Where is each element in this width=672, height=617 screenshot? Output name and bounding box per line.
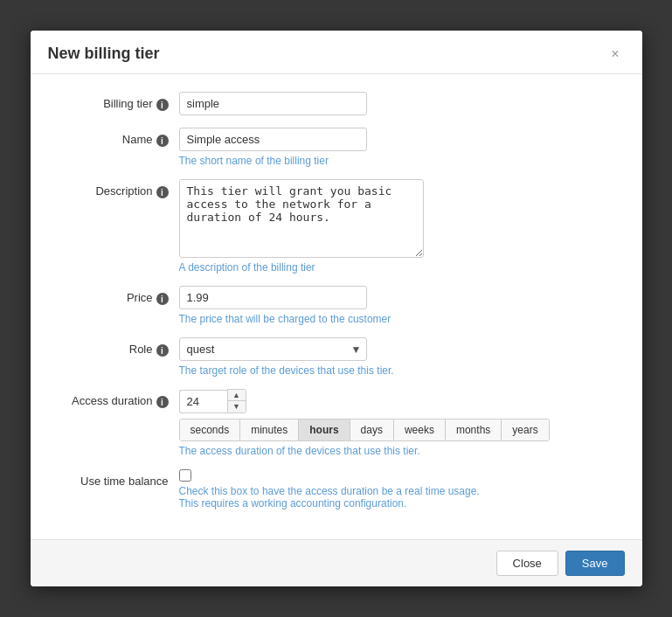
- time-unit-seconds[interactable]: seconds: [180, 419, 241, 440]
- price-label: Price i: [57, 286, 179, 305]
- role-control: quest user admin ▼ The target role of th…: [179, 337, 616, 377]
- close-button[interactable]: Close: [496, 551, 558, 576]
- time-unit-hours[interactable]: hours: [299, 419, 350, 440]
- name-input[interactable]: [179, 128, 367, 151]
- role-select[interactable]: quest user admin: [179, 337, 367, 361]
- billing-tier-row: Billing tier i: [57, 92, 616, 115]
- description-info-icon[interactable]: i: [156, 186, 169, 198]
- duration-value-input[interactable]: [179, 390, 227, 413]
- modal-overlay: New billing tier × Billing tier i Name i: [0, 0, 672, 617]
- access-duration-row: Access duration i ▲ ▼ seconds: [57, 389, 616, 457]
- name-label: Name i: [57, 128, 179, 147]
- time-unit-years[interactable]: years: [502, 419, 548, 440]
- billing-tier-input[interactable]: [179, 92, 367, 115]
- price-helper: The price that will be charged to the cu…: [179, 313, 616, 325]
- modal-title: New billing tier: [48, 45, 160, 63]
- time-unit-buttons: seconds minutes hours days weeks months …: [179, 419, 550, 441]
- role-helper: The target role of the devices that use …: [179, 364, 616, 377]
- time-unit-weeks[interactable]: weeks: [394, 419, 446, 440]
- duration-wrap: ▲ ▼ seconds minutes hours days weeks mon…: [179, 389, 616, 441]
- use-time-balance-checkbox[interactable]: [179, 469, 191, 482]
- description-label: Description i: [57, 179, 179, 198]
- name-helper: The short name of the billing tier: [179, 155, 616, 167]
- description-textarea[interactable]: This tier will grant you basic access to…: [179, 179, 424, 258]
- description-row: Description i This tier will grant you b…: [57, 179, 616, 274]
- role-info-icon[interactable]: i: [156, 344, 169, 357]
- access-duration-label: Access duration i: [57, 389, 179, 408]
- use-time-balance-helper-line1: Check this box to have the access durati…: [179, 485, 616, 497]
- access-duration-control: ▲ ▼ seconds minutes hours days weeks mon…: [179, 389, 616, 457]
- name-info-icon[interactable]: i: [156, 135, 169, 147]
- use-time-balance-label: Use time balance: [57, 469, 179, 488]
- description-control: This tier will grant you basic access to…: [179, 179, 616, 274]
- role-row: Role i quest user admin ▼ The target rol…: [57, 337, 616, 377]
- access-duration-info-icon[interactable]: i: [156, 396, 169, 408]
- time-unit-days[interactable]: days: [350, 419, 394, 440]
- billing-tier-label: Billing tier i: [57, 92, 179, 111]
- name-control: The short name of the billing tier: [179, 128, 616, 167]
- use-time-balance-helper-line2: This requires a working accounting confi…: [179, 497, 616, 510]
- billing-tier-control: [179, 92, 616, 115]
- modal-close-button[interactable]: ×: [606, 45, 624, 63]
- duration-spinner: ▲ ▼: [227, 389, 246, 413]
- role-label: Role i: [57, 337, 179, 357]
- save-button[interactable]: Save: [565, 551, 625, 576]
- use-time-balance-control: Check this box to have the access durati…: [179, 469, 616, 510]
- time-unit-months[interactable]: months: [446, 419, 502, 440]
- billing-tier-info-icon[interactable]: i: [156, 99, 169, 111]
- description-helper: A description of the billing tier: [179, 261, 616, 274]
- modal-dialog: New billing tier × Billing tier i Name i: [31, 31, 642, 586]
- modal-header: New billing tier ×: [31, 31, 642, 74]
- use-time-balance-checkbox-row: [179, 469, 616, 482]
- price-row: Price i The price that will be charged t…: [57, 286, 616, 325]
- use-time-balance-helper: Check this box to have the access durati…: [179, 485, 616, 510]
- time-unit-minutes[interactable]: minutes: [240, 419, 299, 440]
- role-select-wrap: quest user admin ▼: [179, 337, 367, 361]
- modal-body: Billing tier i Name i The short name of …: [31, 74, 642, 539]
- duration-input-row: ▲ ▼: [179, 389, 246, 413]
- price-control: The price that will be charged to the cu…: [179, 286, 616, 325]
- duration-spinner-up[interactable]: ▲: [228, 390, 246, 401]
- name-row: Name i The short name of the billing tie…: [57, 128, 616, 167]
- price-input[interactable]: [179, 286, 367, 309]
- modal-footer: Close Save: [31, 539, 642, 586]
- duration-spinner-down[interactable]: ▼: [228, 401, 246, 412]
- access-duration-helper: The access duration of the devices that …: [179, 445, 616, 457]
- use-time-balance-row: Use time balance Check this box to have …: [57, 469, 616, 510]
- price-info-icon[interactable]: i: [156, 293, 169, 305]
